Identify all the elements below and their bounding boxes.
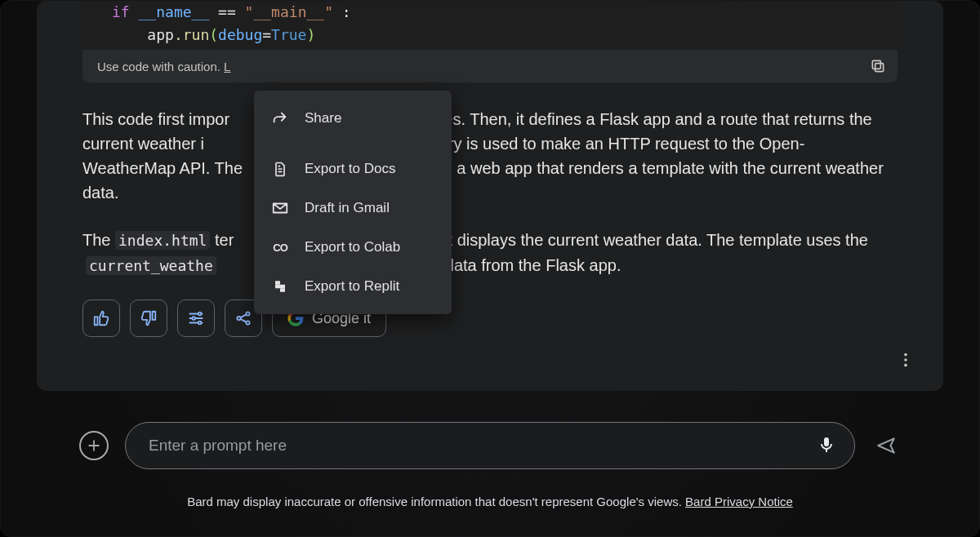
code-token: True [271,26,306,43]
thumbs-down-button[interactable] [130,300,167,337]
replit-icon [270,277,290,296]
svg-point-6 [246,312,249,315]
prompt-input[interactable] [149,437,805,455]
menu-label: Export to Docs [305,161,396,177]
more-options-button[interactable] [889,344,922,376]
code-token: app [147,26,174,43]
docs-icon [270,159,290,179]
svg-point-3 [192,317,195,320]
svg-point-4 [198,322,202,325]
menu-item-share[interactable]: Share [254,99,452,138]
disclaimer-text: Bard may display inaccurate or offensive… [1,495,979,508]
svg-point-13 [904,364,907,367]
code-token: = [262,26,271,43]
svg-point-2 [198,313,202,316]
code-token: debug [218,26,262,43]
gmail-icon [270,198,290,218]
menu-label: Draft in Gmail [305,200,390,216]
svg-point-11 [904,353,907,357]
microphone-icon[interactable] [817,435,838,456]
code-caution-bar: Use code with caution. L [82,50,898,82]
code-token: == [218,3,236,20]
svg-point-12 [904,358,907,362]
code-token: "__main__" [245,3,333,20]
caution-text: Use code with caution. [97,60,220,73]
action-row: Google it [37,278,943,358]
code-token: __name__ [139,3,210,20]
share-arrow-icon [270,109,290,128]
code-token: ) [306,26,315,43]
svg-rect-1 [872,60,880,69]
response-card: if __name__ == "__main__" : app.run(debu… [37,1,943,391]
svg-rect-8 [275,281,280,285]
svg-rect-10 [280,288,285,292]
code-token: : [342,3,351,20]
code-token: .run [174,26,209,43]
svg-point-5 [237,317,240,320]
tune-button[interactable] [177,300,215,337]
menu-item-export-replit[interactable]: Export to Replit [254,267,452,306]
prompt-row [79,422,901,469]
privacy-notice-link[interactable]: Bard Privacy Notice [685,495,793,508]
app-window: if __name__ == "__main__" : app.run(debu… [0,0,980,537]
code-block: if __name__ == "__main__" : app.run(debu… [82,1,898,50]
menu-label: Share [305,110,341,126]
send-button[interactable] [871,431,901,460]
response-paragraph: The index.html terhat displays the curre… [37,228,943,278]
response-paragraph: This code first imporaries. Then, it def… [37,107,943,205]
svg-point-7 [246,321,249,324]
menu-item-draft-gmail[interactable]: Draft in Gmail [254,189,452,228]
colab-icon: CO [270,237,290,257]
svg-rect-0 [875,64,884,72]
code-token: ( [209,26,218,43]
code-token: if [112,3,130,20]
add-button[interactable] [79,431,109,460]
svg-rect-9 [275,285,285,289]
share-export-menu: Share Export to Docs Draft in Gmail CO E… [254,91,452,314]
thumbs-up-button[interactable] [82,300,120,337]
menu-label: Export to Replit [305,278,399,295]
inline-code: current_weathe [86,256,216,275]
inline-code: index.html [115,231,210,250]
menu-label: Export to Colab [305,239,400,255]
caution-link[interactable]: L [224,60,230,73]
copy-icon[interactable] [870,58,886,74]
svg-point-14 [892,438,894,441]
menu-item-export-docs[interactable]: Export to Docs [254,149,452,189]
prompt-input-container [125,422,855,469]
menu-item-export-colab[interactable]: CO Export to Colab [254,228,452,267]
